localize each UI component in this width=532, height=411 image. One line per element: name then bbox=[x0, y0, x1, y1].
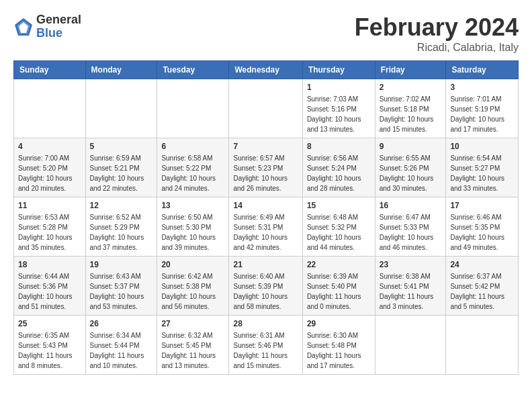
calendar-cell: 22Sunrise: 6:39 AM Sunset: 5:40 PM Dayli… bbox=[302, 257, 375, 316]
calendar-cell: 11Sunrise: 6:53 AM Sunset: 5:28 PM Dayli… bbox=[14, 197, 86, 257]
calendar-table: SundayMondayTuesdayWednesdayThursdayFrid… bbox=[13, 60, 519, 375]
calendar-cell: 24Sunrise: 6:37 AM Sunset: 5:42 PM Dayli… bbox=[446, 257, 519, 316]
day-info: Sunrise: 6:42 AM Sunset: 5:38 PM Dayligh… bbox=[161, 271, 224, 312]
column-header-monday: Monday bbox=[85, 61, 157, 79]
calendar-cell: 12Sunrise: 6:52 AM Sunset: 5:29 PM Dayli… bbox=[85, 197, 157, 257]
logo: General Blue bbox=[13, 13, 81, 40]
calendar-cell bbox=[85, 79, 157, 138]
day-number: 19 bbox=[90, 260, 153, 269]
day-number: 26 bbox=[90, 319, 153, 328]
day-number: 21 bbox=[233, 260, 298, 269]
calendar-cell bbox=[14, 79, 86, 138]
day-number: 13 bbox=[161, 201, 224, 210]
day-info: Sunrise: 6:54 AM Sunset: 5:27 PM Dayligh… bbox=[450, 153, 514, 193]
day-number: 2 bbox=[380, 83, 442, 92]
calendar-cell: 1Sunrise: 7:03 AM Sunset: 5:16 PM Daylig… bbox=[302, 79, 375, 138]
title-area: February 2024 Ricadi, Calabria, Italy bbox=[355, 13, 519, 54]
calendar-cell bbox=[229, 79, 302, 138]
day-number: 6 bbox=[161, 142, 224, 151]
day-info: Sunrise: 6:38 AM Sunset: 5:41 PM Dayligh… bbox=[380, 271, 442, 312]
day-info: Sunrise: 6:46 AM Sunset: 5:35 PM Dayligh… bbox=[450, 212, 514, 253]
day-number: 20 bbox=[161, 260, 224, 269]
calendar-cell: 21Sunrise: 6:40 AM Sunset: 5:39 PM Dayli… bbox=[229, 257, 302, 316]
day-info: Sunrise: 6:39 AM Sunset: 5:40 PM Dayligh… bbox=[307, 271, 371, 312]
calendar-cell: 29Sunrise: 6:30 AM Sunset: 5:48 PM Dayli… bbox=[302, 316, 375, 375]
day-info: Sunrise: 6:43 AM Sunset: 5:37 PM Dayligh… bbox=[90, 271, 153, 312]
calendar-cell bbox=[375, 316, 446, 375]
day-number: 29 bbox=[307, 319, 371, 328]
day-info: Sunrise: 6:30 AM Sunset: 5:48 PM Dayligh… bbox=[307, 330, 371, 371]
logo-blue-text: Blue bbox=[36, 27, 81, 40]
day-info: Sunrise: 6:56 AM Sunset: 5:24 PM Dayligh… bbox=[307, 153, 371, 193]
day-number: 22 bbox=[307, 260, 371, 269]
calendar-cell: 27Sunrise: 6:32 AM Sunset: 5:45 PM Dayli… bbox=[157, 316, 229, 375]
day-info: Sunrise: 6:50 AM Sunset: 5:30 PM Dayligh… bbox=[161, 212, 224, 253]
day-info: Sunrise: 6:58 AM Sunset: 5:22 PM Dayligh… bbox=[161, 153, 224, 193]
day-number: 16 bbox=[380, 201, 442, 210]
column-header-thursday: Thursday bbox=[302, 61, 375, 79]
logo-text: General Blue bbox=[36, 13, 81, 40]
day-info: Sunrise: 6:53 AM Sunset: 5:28 PM Dayligh… bbox=[18, 212, 81, 253]
logo-general-text: General bbox=[36, 13, 81, 27]
page-header: General Blue February 2024 Ricadi, Calab… bbox=[13, 13, 519, 54]
day-info: Sunrise: 7:01 AM Sunset: 5:19 PM Dayligh… bbox=[450, 94, 514, 134]
day-number: 17 bbox=[450, 201, 514, 210]
calendar-cell: 18Sunrise: 6:44 AM Sunset: 5:36 PM Dayli… bbox=[14, 257, 86, 316]
day-number: 5 bbox=[90, 142, 153, 151]
calendar-cell: 25Sunrise: 6:35 AM Sunset: 5:43 PM Dayli… bbox=[14, 316, 86, 375]
day-info: Sunrise: 6:55 AM Sunset: 5:26 PM Dayligh… bbox=[380, 153, 442, 193]
day-number: 24 bbox=[450, 260, 514, 269]
calendar-cell: 4Sunrise: 7:00 AM Sunset: 5:20 PM Daylig… bbox=[14, 138, 86, 197]
calendar-cell: 14Sunrise: 6:49 AM Sunset: 5:31 PM Dayli… bbox=[229, 197, 302, 257]
calendar-cell: 6Sunrise: 6:58 AM Sunset: 5:22 PM Daylig… bbox=[157, 138, 229, 197]
column-header-wednesday: Wednesday bbox=[229, 61, 302, 79]
day-info: Sunrise: 6:40 AM Sunset: 5:39 PM Dayligh… bbox=[233, 271, 298, 312]
calendar-cell: 17Sunrise: 6:46 AM Sunset: 5:35 PM Dayli… bbox=[446, 197, 519, 257]
column-header-saturday: Saturday bbox=[446, 61, 519, 79]
calendar-week-1: 4Sunrise: 7:00 AM Sunset: 5:20 PM Daylig… bbox=[14, 138, 519, 197]
day-info: Sunrise: 6:48 AM Sunset: 5:32 PM Dayligh… bbox=[307, 212, 371, 253]
day-info: Sunrise: 6:49 AM Sunset: 5:31 PM Dayligh… bbox=[233, 212, 298, 253]
day-number: 4 bbox=[18, 142, 81, 151]
calendar-week-0: 1Sunrise: 7:03 AM Sunset: 5:16 PM Daylig… bbox=[14, 79, 519, 138]
day-info: Sunrise: 6:34 AM Sunset: 5:44 PM Dayligh… bbox=[90, 330, 153, 371]
calendar-cell: 15Sunrise: 6:48 AM Sunset: 5:32 PM Dayli… bbox=[302, 197, 375, 257]
day-info: Sunrise: 6:35 AM Sunset: 5:43 PM Dayligh… bbox=[18, 330, 81, 371]
day-number: 15 bbox=[307, 201, 371, 210]
day-info: Sunrise: 7:03 AM Sunset: 5:16 PM Dayligh… bbox=[307, 94, 371, 134]
calendar-cell bbox=[157, 79, 229, 138]
day-number: 27 bbox=[161, 319, 224, 328]
day-info: Sunrise: 6:52 AM Sunset: 5:29 PM Dayligh… bbox=[90, 212, 153, 253]
calendar-cell: 13Sunrise: 6:50 AM Sunset: 5:30 PM Dayli… bbox=[157, 197, 229, 257]
calendar-cell: 5Sunrise: 6:59 AM Sunset: 5:21 PM Daylig… bbox=[85, 138, 157, 197]
day-number: 3 bbox=[450, 83, 514, 92]
calendar-cell: 26Sunrise: 6:34 AM Sunset: 5:44 PM Dayli… bbox=[85, 316, 157, 375]
calendar-cell: 16Sunrise: 6:47 AM Sunset: 5:33 PM Dayli… bbox=[375, 197, 446, 257]
day-number: 28 bbox=[233, 319, 298, 328]
month-title: February 2024 bbox=[355, 13, 519, 42]
day-number: 11 bbox=[18, 201, 81, 210]
day-info: Sunrise: 6:31 AM Sunset: 5:46 PM Dayligh… bbox=[233, 330, 298, 371]
day-number: 14 bbox=[233, 201, 298, 210]
day-number: 25 bbox=[18, 319, 81, 328]
logo-icon bbox=[13, 17, 34, 37]
day-number: 8 bbox=[307, 142, 371, 151]
day-info: Sunrise: 6:32 AM Sunset: 5:45 PM Dayligh… bbox=[161, 330, 224, 371]
day-number: 12 bbox=[90, 201, 153, 210]
day-info: Sunrise: 6:57 AM Sunset: 5:23 PM Dayligh… bbox=[233, 153, 298, 193]
day-info: Sunrise: 7:00 AM Sunset: 5:20 PM Dayligh… bbox=[18, 153, 81, 193]
day-number: 10 bbox=[450, 142, 514, 151]
day-info: Sunrise: 6:47 AM Sunset: 5:33 PM Dayligh… bbox=[380, 212, 442, 253]
calendar-cell: 20Sunrise: 6:42 AM Sunset: 5:38 PM Dayli… bbox=[157, 257, 229, 316]
calendar-cell: 28Sunrise: 6:31 AM Sunset: 5:46 PM Dayli… bbox=[229, 316, 302, 375]
calendar-week-4: 25Sunrise: 6:35 AM Sunset: 5:43 PM Dayli… bbox=[14, 316, 519, 375]
column-header-sunday: Sunday bbox=[14, 61, 86, 79]
calendar-cell bbox=[446, 316, 519, 375]
location-text: Ricadi, Calabria, Italy bbox=[355, 42, 519, 54]
day-info: Sunrise: 7:02 AM Sunset: 5:18 PM Dayligh… bbox=[380, 94, 442, 134]
day-number: 23 bbox=[380, 260, 442, 269]
calendar-cell: 23Sunrise: 6:38 AM Sunset: 5:41 PM Dayli… bbox=[375, 257, 446, 316]
calendar-cell: 9Sunrise: 6:55 AM Sunset: 5:26 PM Daylig… bbox=[375, 138, 446, 197]
calendar-cell: 7Sunrise: 6:57 AM Sunset: 5:23 PM Daylig… bbox=[229, 138, 302, 197]
calendar-cell: 10Sunrise: 6:54 AM Sunset: 5:27 PM Dayli… bbox=[446, 138, 519, 197]
